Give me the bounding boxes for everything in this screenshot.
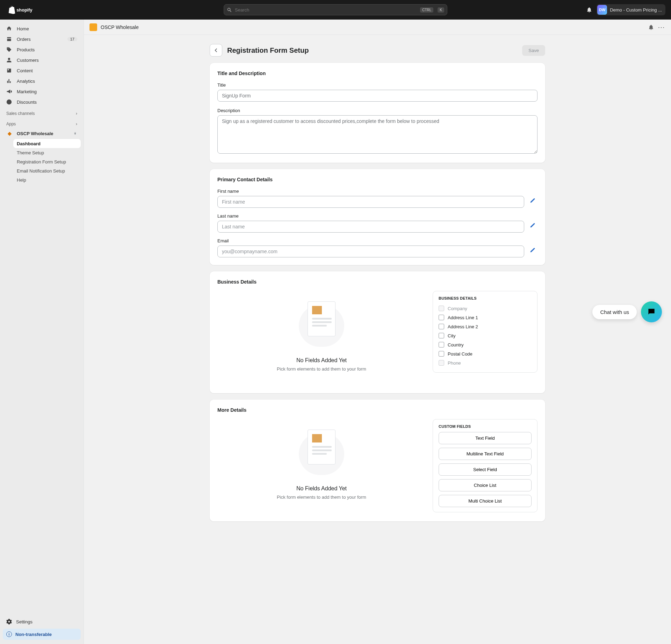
first-name-label: First name: [217, 189, 524, 194]
empty-title: No Fields Added Yet: [296, 357, 347, 364]
discounts-icon: [6, 99, 13, 105]
search-container: CTRL K: [224, 4, 447, 15]
title-input[interactable]: [217, 90, 537, 102]
chat-icon: [647, 307, 656, 316]
panel-title: Business Details: [439, 296, 532, 300]
add-field-button[interactable]: Text Field: [439, 432, 532, 444]
checkbox[interactable]: [439, 351, 444, 357]
checkbox-label: Company: [448, 306, 467, 311]
empty-state: No Fields Added Yet Pick form elements t…: [217, 291, 426, 386]
checkbox-row[interactable]: Address Line 1: [439, 313, 532, 322]
checkbox[interactable]: [439, 333, 444, 338]
email-input[interactable]: [217, 246, 524, 257]
description-input[interactable]: [217, 115, 537, 154]
svg-text:shopify: shopify: [16, 7, 33, 13]
empty-illustration: [299, 430, 344, 475]
page: Registration Form Setup Save Title and D…: [210, 35, 545, 537]
add-field-button[interactable]: Choice List: [439, 479, 532, 491]
nav-reg-form-setup[interactable]: Registration Form Setup: [13, 157, 81, 166]
nav-orders[interactable]: Orders 17: [3, 34, 81, 44]
search-input[interactable]: [235, 7, 416, 13]
topbar-right: DW Demo - Custom Pricing ...: [586, 4, 665, 15]
nav-section-sales-channels[interactable]: Sales channels ›: [3, 108, 81, 117]
checkbox-row[interactable]: Country: [439, 340, 532, 349]
topbar: shopify CTRL K DW Demo - Custom Pricing …: [0, 0, 671, 20]
nav-home-label: Home: [17, 26, 29, 31]
info-icon: i: [6, 631, 12, 637]
nav-products[interactable]: Products: [3, 45, 81, 54]
card-title-description: Title and Description Title Description: [210, 63, 545, 163]
checkbox-row[interactable]: City: [439, 331, 532, 340]
nav-email-notif[interactable]: Email Notification Setup: [13, 166, 81, 175]
non-transferable-banner[interactable]: i Non-transferable: [3, 629, 81, 640]
panel-title: Custom Fields: [439, 424, 532, 429]
products-icon: [6, 47, 13, 52]
checkbox-row[interactable]: Address Line 2: [439, 322, 532, 331]
search-bar[interactable]: CTRL K: [224, 4, 447, 15]
orders-icon: [6, 36, 13, 42]
nav-home[interactable]: Home: [3, 24, 81, 34]
business-fields-panel: Business Details CompanyAddress Line 1Ad…: [433, 291, 537, 373]
nav-dashboard[interactable]: Dashboard: [13, 139, 81, 148]
checkbox-label: Postal Code: [448, 351, 472, 357]
sidebar: Home Orders 17 Products Customers Conten…: [0, 20, 84, 644]
empty-state: No Fields Added Yet Pick form elements t…: [217, 419, 426, 514]
description-label: Description: [217, 108, 537, 113]
nav-customers[interactable]: Customers: [3, 55, 81, 65]
checkbox-row: Company: [439, 304, 532, 313]
app-notifications-icon[interactable]: [648, 24, 654, 30]
edit-icon[interactable]: [530, 213, 537, 228]
nav-theme-setup[interactable]: Theme Setup: [13, 148, 81, 157]
nav-discounts[interactable]: Discounts: [3, 97, 81, 107]
custom-fields-panel: Custom Fields Text FieldMultiline Text F…: [433, 419, 537, 512]
nav-app-oscp[interactable]: ◆ OSCP Wholesale: [3, 129, 81, 138]
notifications-icon[interactable]: [586, 7, 592, 13]
save-button[interactable]: Save: [522, 45, 545, 56]
checkbox[interactable]: [439, 342, 444, 347]
chat-label[interactable]: Chat with us: [592, 305, 637, 319]
search-icon: [227, 7, 232, 13]
edit-icon[interactable]: [530, 189, 537, 203]
add-field-button[interactable]: Select Field: [439, 463, 532, 476]
chevron-right-icon: ›: [76, 122, 77, 126]
nav-analytics[interactable]: Analytics: [3, 76, 81, 86]
first-name-input[interactable]: [217, 196, 524, 208]
nav-help[interactable]: Help: [13, 175, 81, 184]
checkbox-label: City: [448, 333, 455, 338]
chevron-right-icon: ›: [76, 111, 77, 116]
pin-icon[interactable]: [73, 131, 77, 136]
chat-widget: Chat with us: [592, 301, 662, 322]
nav-marketing[interactable]: Marketing: [3, 87, 81, 96]
page-head: Registration Form Setup Save: [210, 44, 545, 57]
checkbox[interactable]: [439, 324, 444, 329]
main: OSCP Wholesale ⋯ Registration Form Setup…: [84, 20, 671, 644]
content-icon: [6, 68, 13, 73]
checkbox-row: Phone: [439, 358, 532, 367]
nav-settings[interactable]: Settings: [3, 617, 81, 627]
edit-icon[interactable]: [530, 238, 537, 253]
shopify-logo[interactable]: shopify: [6, 4, 41, 15]
store-name: Demo - Custom Pricing ...: [610, 7, 662, 13]
customers-icon: [6, 57, 13, 63]
page-title: Registration Form Setup: [227, 46, 517, 54]
checkbox[interactable]: [439, 315, 444, 320]
chat-button[interactable]: [641, 301, 662, 322]
nav-app-sub: Dashboard Theme Setup Registration Form …: [3, 139, 81, 184]
add-field-button[interactable]: Multiline Text Field: [439, 448, 532, 460]
arrow-left-icon: [213, 47, 219, 53]
nav-section-apps[interactable]: Apps ›: [3, 118, 81, 128]
add-field-button[interactable]: Multi Choice List: [439, 495, 532, 507]
card-primary-contact: Primary Contact Details First name Last …: [210, 169, 545, 265]
checkbox-label: Address Line 2: [448, 324, 478, 329]
last-name-input[interactable]: [217, 221, 524, 233]
nav-marketing-label: Marketing: [17, 89, 37, 94]
store-switcher[interactable]: DW Demo - Custom Pricing ...: [597, 4, 665, 15]
checkbox: [439, 360, 444, 366]
checkbox-row[interactable]: Postal Code: [439, 349, 532, 358]
nav-customers-label: Customers: [17, 58, 39, 63]
gear-icon: [6, 619, 12, 624]
app-more-icon[interactable]: ⋯: [658, 23, 665, 31]
nav-content[interactable]: Content: [3, 66, 81, 75]
empty-subtitle: Pick form elements to add them to your f…: [277, 495, 366, 500]
back-button[interactable]: [210, 44, 222, 57]
